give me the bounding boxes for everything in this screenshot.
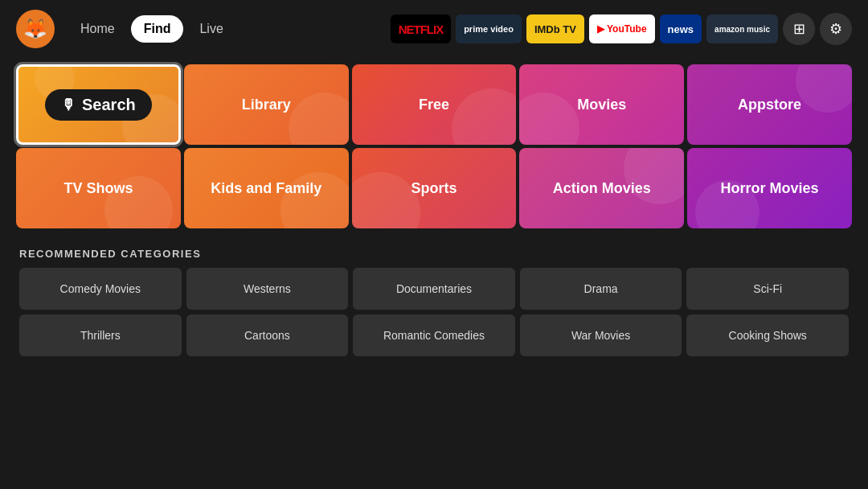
tile-appstore-label: Appstore: [738, 97, 801, 113]
search-label: Search: [82, 96, 136, 114]
rec-tile-comedy-movies[interactable]: Comedy Movies: [19, 268, 182, 310]
rec-tile-documentaries[interactable]: Documentaries: [353, 268, 515, 310]
header: 🦊 Home Find Live NETFLIX prime video IMD…: [0, 0, 868, 58]
main-nav: Home Find Live: [68, 15, 236, 43]
settings-button[interactable]: ⚙: [820, 13, 852, 45]
tile-kids-label: Kids and Family: [211, 180, 321, 197]
main-content: 🎙 Search Library Free Movies Appstore T: [0, 58, 868, 356]
apps-grid-button[interactable]: ⊞: [783, 13, 815, 45]
nav-find[interactable]: Find: [131, 15, 184, 43]
tile-kids-family[interactable]: Kids and Family: [184, 148, 349, 228]
tile-action-label: Action Movies: [553, 180, 651, 197]
rec-tile-westerns[interactable]: Westerns: [186, 268, 349, 310]
tile-library-label: Library: [242, 97, 291, 113]
service-netflix[interactable]: NETFLIX: [391, 14, 452, 43]
tile-appstore[interactable]: Appstore: [687, 64, 852, 145]
tile-free-label: Free: [419, 97, 449, 113]
service-icons-bar: NETFLIX prime video IMDb TV ▶ YouTube ne…: [391, 13, 852, 45]
recommended-section: RECOMMENDED CATEGORIES Comedy MoviesWest…: [16, 248, 852, 356]
nav-live[interactable]: Live: [186, 15, 235, 43]
rec-tile-romantic-comedies[interactable]: Romantic Comedies: [353, 314, 515, 356]
nav-home[interactable]: Home: [68, 15, 128, 43]
tile-horror-label: Horror Movies: [721, 180, 819, 197]
service-amazon-music[interactable]: amazon music: [706, 14, 778, 43]
service-news[interactable]: news: [660, 14, 702, 43]
tile-sports[interactable]: Sports: [352, 148, 517, 228]
rec-tile-war-movies[interactable]: War Movies: [520, 314, 682, 356]
recommended-title: RECOMMENDED CATEGORIES: [19, 248, 849, 260]
service-youtube[interactable]: ▶ YouTube: [589, 14, 655, 43]
recommended-grid: Comedy MoviesWesternsDocumentariesDramaS…: [19, 268, 849, 356]
category-grid: 🎙 Search Library Free Movies Appstore T: [16, 64, 852, 228]
service-imdb-tv[interactable]: IMDb TV: [526, 14, 584, 43]
tile-action-movies[interactable]: Action Movies: [519, 148, 684, 228]
tile-horror-movies[interactable]: Horror Movies: [687, 148, 852, 228]
tile-library[interactable]: Library: [184, 64, 349, 145]
tile-sports-label: Sports: [411, 180, 457, 197]
rec-tile-thrillers[interactable]: Thrillers: [19, 314, 182, 356]
tile-movies-label: Movies: [577, 97, 626, 113]
rec-tile-sci-fi[interactable]: Sci-Fi: [686, 268, 849, 310]
tile-search[interactable]: 🎙 Search: [16, 64, 181, 145]
rec-tile-cartoons[interactable]: Cartoons: [186, 314, 349, 356]
search-button[interactable]: 🎙 Search: [45, 89, 152, 121]
rec-tile-cooking-shows[interactable]: Cooking Shows: [686, 314, 849, 356]
mic-icon: 🎙: [61, 97, 76, 113]
tile-free[interactable]: Free: [352, 64, 517, 145]
logo[interactable]: 🦊: [16, 10, 55, 48]
rec-tile-drama[interactable]: Drama: [520, 268, 682, 310]
service-prime-video[interactable]: prime video: [456, 14, 522, 43]
tile-tvshows-label: TV Shows: [63, 180, 133, 197]
tile-movies[interactable]: Movies: [519, 64, 684, 145]
tile-tv-shows[interactable]: TV Shows: [16, 148, 181, 228]
